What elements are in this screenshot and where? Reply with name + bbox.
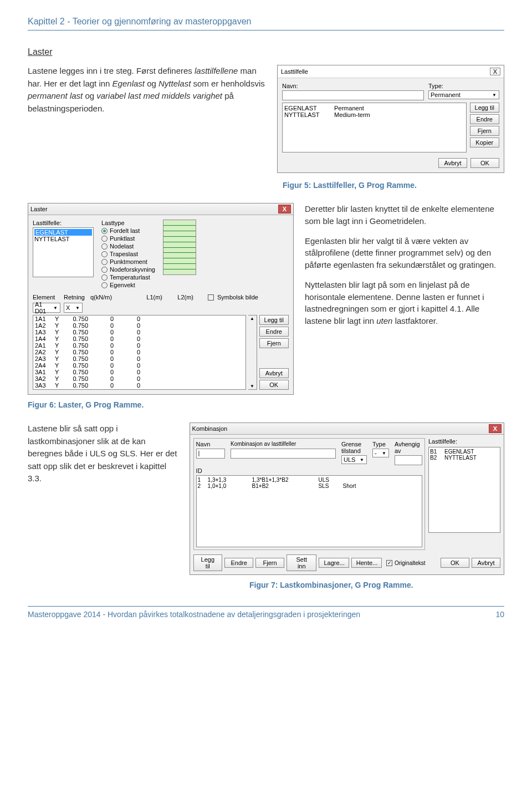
kopier-button[interactable]: Kopier bbox=[470, 138, 499, 147]
retning-dropdown[interactable]: X▼ bbox=[64, 303, 83, 313]
radio-egenvekt[interactable]: Egenvekt bbox=[101, 282, 155, 288]
originaltekst-checkbox[interactable] bbox=[386, 560, 392, 566]
fjern-button[interactable]: Fjern bbox=[259, 338, 289, 348]
ok-button[interactable]: OK bbox=[441, 558, 469, 568]
list-item[interactable]: EGENLAST Permanent bbox=[284, 105, 464, 111]
radio-trapeslast[interactable]: Trapeslast bbox=[101, 251, 155, 257]
table-row[interactable]: 3A3Y0.75000 bbox=[33, 382, 245, 389]
fjern-button[interactable]: Fjern bbox=[255, 558, 284, 568]
close-icon[interactable]: X bbox=[278, 205, 291, 213]
t: 1,3+1,3 bbox=[208, 477, 252, 483]
fjern-button[interactable]: Fjern bbox=[470, 126, 499, 136]
close-icon[interactable]: X bbox=[490, 68, 500, 75]
table-row[interactable]: 2A2Y0.75000 bbox=[33, 349, 245, 355]
lasttilfelle-list[interactable]: EGENLAST Permanent NYTTELAST Medium-term bbox=[282, 103, 467, 152]
t: 0 bbox=[99, 329, 124, 335]
table-row[interactable]: 3A2Y0.75000 bbox=[33, 375, 245, 382]
t: Nodelast bbox=[110, 243, 134, 250]
radio-nodelast[interactable]: Nodelast bbox=[101, 243, 155, 250]
list-item[interactable]: EGENLAST bbox=[34, 229, 92, 236]
navn-label: Navn bbox=[196, 441, 225, 447]
close-icon[interactable]: X bbox=[489, 424, 502, 433]
type-dropdown[interactable]: Permanent ▼ bbox=[428, 90, 499, 99]
lasttilfelle-list[interactable]: EGENLAST NYTTELAST bbox=[33, 227, 94, 277]
lagre-button[interactable]: Lagre... bbox=[319, 558, 349, 568]
t: ULS bbox=[344, 456, 355, 463]
lasttilfelle-label: Lasttilfelle: bbox=[428, 438, 500, 445]
table-row[interactable]: 1A3Y0.75000 bbox=[33, 329, 245, 335]
t: Egenlast bbox=[112, 79, 145, 88]
t: 0 bbox=[99, 335, 124, 342]
komb-label: Kombinasjon av lasttilfeller bbox=[231, 441, 336, 447]
list-item[interactable]: B2 NYTTELAST bbox=[430, 455, 499, 461]
radio-punktmoment[interactable]: Punktmoment bbox=[101, 258, 155, 265]
t: - bbox=[375, 450, 377, 456]
navn-input[interactable]: | bbox=[196, 449, 225, 459]
type-dropdown[interactable]: -▼ bbox=[372, 449, 389, 457]
endre-button[interactable]: Endre bbox=[224, 558, 253, 568]
navn-input[interactable] bbox=[282, 90, 424, 100]
hente-button[interactable]: Hente... bbox=[351, 558, 382, 568]
t: og bbox=[85, 91, 96, 100]
settinn-button[interactable]: Sett inn bbox=[287, 554, 316, 571]
radio-nodeforskyvning[interactable]: Nodeforskyvning bbox=[101, 266, 155, 273]
avbryt-button[interactable]: Avbryt bbox=[472, 558, 500, 568]
body-text: Deretter blir lasten knyttet til de enke… bbox=[305, 203, 504, 335]
leggtil-button[interactable]: Legg til bbox=[193, 554, 223, 571]
kombinasjon-list[interactable]: 1 1,3+1,3 1,3*B1+1,3*B2 ULS 2 1,0+1,0 B1… bbox=[196, 475, 422, 547]
list-item[interactable]: NYTTELAST Medium-term bbox=[284, 111, 464, 118]
avhengig-input[interactable] bbox=[395, 455, 422, 465]
table-row[interactable]: 1A1Y0.75000 bbox=[33, 315, 245, 322]
scroll-down-icon[interactable]: ▼ bbox=[250, 384, 254, 389]
grense-label: Grense tilstand bbox=[341, 441, 367, 454]
type-value: Permanent bbox=[431, 91, 461, 98]
endre-button[interactable]: Endre bbox=[259, 327, 289, 337]
table-row[interactable]: 2A4Y0.75000 bbox=[33, 362, 245, 369]
t: 0.750 bbox=[69, 322, 99, 329]
scrollbar[interactable]: ▲▼ bbox=[248, 315, 257, 390]
t: Y bbox=[55, 349, 69, 355]
ok-button[interactable]: OK bbox=[259, 380, 289, 390]
radio-icon bbox=[101, 243, 108, 250]
radio-fordelt[interactable]: Fordelt last bbox=[101, 227, 155, 234]
grense-dropdown[interactable]: ULS▼ bbox=[341, 455, 367, 464]
komb-input[interactable] bbox=[231, 449, 336, 459]
l1-label: L1(m) bbox=[124, 294, 162, 301]
table-row[interactable]: 1 1,3+1,3 1,3*B1+1,3*B2 ULS bbox=[198, 477, 421, 483]
table-row[interactable]: 2A1Y0.75000 bbox=[33, 342, 245, 349]
element-dropdown[interactable]: A1 D01▼ bbox=[33, 303, 60, 313]
table-row[interactable]: 1A2Y0.75000 bbox=[33, 322, 245, 329]
t: 2A1 bbox=[35, 342, 55, 349]
t: Fordelt last bbox=[110, 227, 140, 234]
leggtil-button[interactable]: Legg til bbox=[259, 315, 289, 325]
retning-label: Retning bbox=[64, 294, 87, 301]
table-row[interactable]: 3A1Y0.75000 bbox=[33, 369, 245, 375]
table-row[interactable]: 2 1,0+1,0 B1+B2 SLS Short bbox=[198, 483, 421, 489]
lasttilfelle-list[interactable]: B1 EGENLAST B2 NYTTELAST bbox=[428, 447, 500, 533]
t: Y bbox=[55, 329, 69, 335]
leggtil-button[interactable]: Legg til bbox=[470, 103, 499, 113]
table-row[interactable]: 1A4Y0.75000 bbox=[33, 335, 245, 342]
t: Y bbox=[55, 369, 69, 375]
load-table[interactable]: 1A1Y0.750001A2Y0.750001A3Y0.750001A4Y0.7… bbox=[33, 315, 246, 390]
t: Lastene legges inn i tre steg. Først def… bbox=[28, 66, 195, 75]
scroll-up-icon[interactable]: ▲ bbox=[250, 316, 254, 321]
list-item[interactable]: B1 EGENLAST bbox=[430, 449, 499, 455]
t: lasttilfellene bbox=[195, 66, 238, 75]
radio-punktlast[interactable]: Punktlast bbox=[101, 235, 155, 242]
t: 0 bbox=[99, 349, 124, 355]
list-item[interactable]: NYTTELAST bbox=[34, 236, 92, 242]
t: SLS bbox=[319, 483, 343, 489]
avbryt-button[interactable]: Avbryt bbox=[438, 158, 467, 168]
ok-button[interactable]: OK bbox=[470, 158, 499, 168]
t: 0.750 bbox=[69, 335, 99, 342]
table-row[interactable]: 2A3Y0.75000 bbox=[33, 355, 245, 362]
avbryt-button[interactable]: Avbryt bbox=[259, 368, 289, 378]
radio-temperaturlast[interactable]: Temperaturlast bbox=[101, 274, 155, 281]
symbolsk-checkbox[interactable] bbox=[208, 294, 214, 301]
symbolsk-label: Symbolsk bilde bbox=[217, 294, 258, 301]
endre-button[interactable]: Endre bbox=[470, 114, 499, 124]
t: Short bbox=[343, 483, 371, 489]
figure-7-caption: Figur 7: Lastkombinasjoner, G Prog Ramme… bbox=[249, 581, 504, 589]
dialog-title: Laster bbox=[30, 206, 48, 212]
